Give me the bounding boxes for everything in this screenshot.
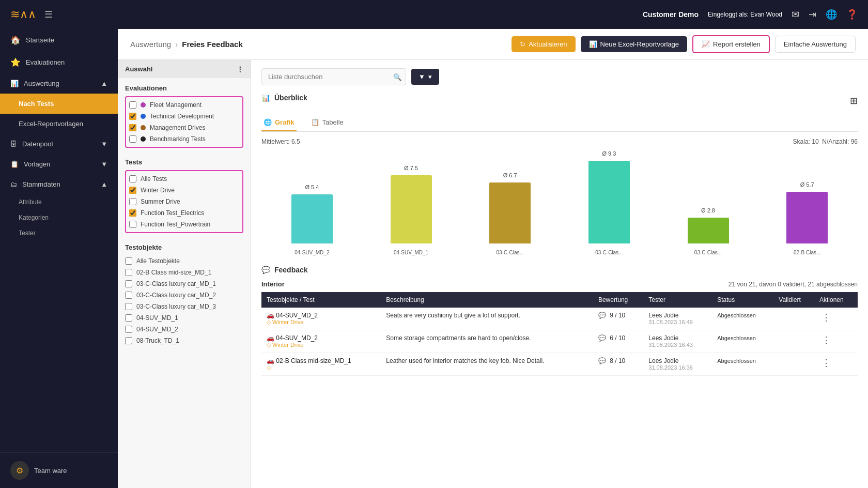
eval-technical-cb[interactable] [129,113,136,120]
sidebar-item-stammdaten[interactable]: 🗂 Stammdaten ▲ [0,174,118,194]
report-button[interactable]: 📈 Report erstellen [692,35,770,53]
route-icon: ◇ [267,364,271,371]
eval-fleet-management[interactable]: Fleet Management [129,99,239,111]
chart-bar-group: Ø 7.5 [366,150,457,243]
cell-status-1: Abgeschlossen [712,330,773,353]
eval-benchmarking-cb[interactable] [129,135,136,143]
sidebar-item-tester[interactable]: Tester [0,225,118,241]
row-actions-button-1[interactable]: ⋮ [819,334,833,346]
obj-04suv-1[interactable]: 04-SUV_MD_1 [125,312,243,324]
bar [391,175,432,243]
obj-02b[interactable]: 02-B Class mid-size_MD_1 [125,267,243,278]
sidebar-item-nach-tests[interactable]: Nach Tests [0,94,118,114]
sidebar-label-attribute: Attribute [19,199,42,206]
obj-02b-cb[interactable] [125,269,132,276]
test-powertrain-cb[interactable] [129,221,136,228]
test-summer[interactable]: Summer Drive [129,196,239,207]
filter-button[interactable]: ▼ ▾ [411,69,439,85]
chart-bar-group: Ø 2.8 [663,150,754,243]
test-powertrain[interactable]: Function Test_Powertrain [129,219,239,230]
cell-desc-2: Leather used for interior matches the ke… [381,353,593,376]
sidebar-item-evaluationen[interactable]: ⭐ Evaluationen [0,51,118,73]
tests-section: Tests Alle Tests Winter Drive Summer [118,152,251,237]
sidebar-item-excel-reportvorlagen[interactable]: Excel-Reportvorlagen [0,114,118,134]
panel-menu-icon[interactable]: ⋮ [237,65,243,73]
col-beschreibung: Beschreibung [381,292,593,308]
bar-bottom-label: 04-SUV_MD_2 [267,248,358,255]
bar [786,192,828,243]
test-electrics[interactable]: Function Test_Electrics [129,207,239,219]
obj-04suv-2[interactable]: 04-SUV_MD_2 [125,324,243,335]
test-alle[interactable]: Alle Tests [129,173,239,185]
sidebar-label-datenpool: Datenpool [22,140,53,148]
test-summer-label: Summer Drive [141,198,180,205]
test-electrics-cb[interactable] [129,209,136,217]
logout-icon[interactable]: ⇥ [809,9,816,20]
obj-alle[interactable]: Alle Testobjekte [125,255,243,267]
technical-dot [141,114,146,119]
chart-area: Ø 5.4Ø 7.5Ø 6.7Ø 9.3Ø 2.8Ø 5.7 [261,150,858,243]
simple-button[interactable]: Einfache Auswertung [775,36,856,53]
refresh-button[interactable]: ↻ Aktualisieren [512,36,575,52]
test-powertrain-label: Function Test_Powertrain [141,221,210,228]
eval-technical[interactable]: Technical Development [129,111,239,122]
obj-08truck[interactable]: 08-Truck_TD_1 [125,335,243,346]
test-summer-cb[interactable] [129,198,136,205]
row-actions-button-2[interactable]: ⋮ [819,357,833,369]
bar-bottom-label: 04-SUV_MD_1 [366,248,457,255]
globe-icon[interactable]: 🌐 [826,9,837,20]
obj-04suv-1-cb[interactable] [125,314,132,322]
obj-02b-label: 02-B Class mid-size_MD_1 [136,269,211,276]
filter-label: ▾ [428,73,432,81]
eval-benchmarking[interactable]: Benchmarking Tests [129,133,239,145]
obj-04suv-2-cb[interactable] [125,326,132,333]
eval-management-cb[interactable] [129,124,136,131]
content-area: Auswertung › Freies Feedback ↻ Aktualisi… [118,29,868,488]
obj-08truck-cb[interactable] [125,337,132,344]
tests-title: Tests [125,158,243,166]
benchmarking-dot [141,136,146,142]
obj-03c-2-cb[interactable] [125,292,132,299]
eval-management-label: Management Drives [150,124,205,131]
test-winter[interactable]: Winter Drive [129,185,239,196]
sidebar-item-auswertung[interactable]: 📊 Auswertung ▲ [0,73,118,94]
overview-header: 📊 Überblick ⊞ [261,94,858,108]
skala-anzahl: Skala: 10 N/Anzahl: 96 [793,138,858,145]
obj-alle-cb[interactable] [125,257,132,265]
table-header-row: Testobjekte / Test Beschreibung Bewertun… [261,292,858,308]
template-icon: 📋 [10,160,19,168]
eval-fleet-cb[interactable] [129,101,136,109]
tab-tabelle[interactable]: 📋 Tabelle [309,114,346,131]
search-input[interactable] [261,68,406,85]
left-panel: Auswahl ⋮ Evaluationen Fleet Management [118,60,251,488]
footer-company: Team ware [34,467,67,475]
bar-value-label: Ø 2.8 [701,207,715,213]
mail-icon[interactable]: ✉ [792,9,799,20]
sidebar-item-attribute[interactable]: Attribute [0,194,118,210]
test-winter-cb[interactable] [129,187,136,194]
excel-button[interactable]: 📊 Neue Excel-Reportvorlage [581,36,687,52]
obj-03c-2[interactable]: 03-C-Class luxury car_MD_2 [125,289,243,301]
cell-object-2: 🚗 02-B Class mid-size_MD_1 ◇ [261,353,381,376]
obj-03c-1[interactable]: 03-C-Class luxury car_MD_1 [125,278,243,289]
sidebar-item-datenpool[interactable]: 🗄 Datenpool ▼ [0,134,118,154]
obj-04suv-1-label: 04-SUV_MD_1 [136,314,178,322]
obj-03c-1-label: 03-C-Class luxury car_MD_1 [136,280,216,287]
grid-view-button[interactable]: ⊞ [850,95,858,106]
bar [588,161,630,243]
sidebar-item-startseite[interactable]: 🏠 Startseite [0,29,118,51]
search-icon-button[interactable]: 🔍 [393,73,402,81]
obj-03c-3[interactable]: 03-C-Class luxury car_MD_3 [125,301,243,312]
hamburger-icon[interactable]: ☰ [44,9,53,20]
eval-management[interactable]: Management Drives [129,122,239,133]
sidebar-item-vorlagen[interactable]: 📋 Vorlagen ▼ [0,154,118,174]
sidebar-item-kategorien[interactable]: Kategorien [0,210,118,225]
help-icon[interactable]: ❓ [846,9,858,20]
col-validiert: Validiert [773,292,814,308]
evaluationen-group: Fleet Management Technical Development M… [125,96,243,148]
row-actions-button-0[interactable]: ⋮ [819,312,833,323]
obj-03c-3-cb[interactable] [125,303,132,310]
obj-03c-1-cb[interactable] [125,280,132,287]
test-alle-cb[interactable] [129,175,136,182]
tab-grafik[interactable]: 🌐 Grafik [261,114,297,131]
